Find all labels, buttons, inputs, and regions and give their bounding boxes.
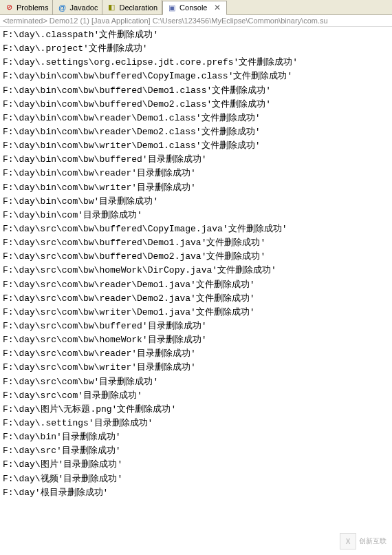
console-line: F:\day\src\com\bw\homeWork'目录删除成功' bbox=[3, 333, 389, 347]
console-line: F:\day\src\com\bw\buffered\Demo2.java'文件… bbox=[3, 250, 389, 264]
console-line: F:\day\bin\com\bw\writer\Demo1.class'文件删… bbox=[3, 139, 389, 153]
console-line: F:\day\.project'文件删除成功' bbox=[3, 42, 389, 56]
console-line: F:\day\src\com\bw\reader'目录删除成功' bbox=[3, 347, 389, 361]
tabs-bar: ⊘Problems@Javadoc◧Declaration▣Console✕ bbox=[0, 0, 392, 15]
console-line: F:\day\.settings'目录删除成功' bbox=[3, 417, 389, 430]
console-line: F:\day\bin\com'目录删除成功' bbox=[3, 209, 389, 222]
console-line: F:\day\bin\com\bw\reader\Demo2.class'文件删… bbox=[3, 125, 389, 139]
status-line: <terminated> Demo12 (1) [Java Applicatio… bbox=[0, 15, 392, 27]
close-icon[interactable]: ✕ bbox=[213, 3, 222, 12]
tab-label: Console bbox=[179, 3, 207, 12]
console-output: F:\day\.classpath'文件删除成功'F:\day\.project… bbox=[0, 27, 392, 501]
console-line: F:\day\bin\com\bw\buffered\Demo2.class'文… bbox=[3, 98, 389, 112]
console-line: F:\day\src\com\bw\reader\Demo1.java'文件删除… bbox=[3, 278, 389, 292]
console-line: F:\day\bin\com\bw\buffered'目录删除成功' bbox=[3, 153, 389, 167]
tab-problems[interactable]: ⊘Problems bbox=[0, 0, 53, 14]
console-line: F:\day\src'目录删除成功' bbox=[3, 444, 389, 458]
tab-label: Declaration bbox=[119, 3, 157, 12]
console-line: F:\day\.classpath'文件删除成功' bbox=[3, 28, 389, 42]
console-line: F:\day\src\com\bw\writer\Demo1.java'文件删除… bbox=[3, 306, 389, 320]
console-line: F:\day\bin\com\bw\buffered\CopyImage.cla… bbox=[3, 70, 389, 83]
console-line: F:\day\bin'目录删除成功' bbox=[3, 430, 389, 444]
tab-declaration[interactable]: ◧Declaration bbox=[102, 0, 162, 14]
tab-console[interactable]: ▣Console✕ bbox=[162, 1, 227, 15]
console-line: F:\day\src\com\bw\buffered\Demo1.java'文件… bbox=[3, 236, 389, 250]
console-line: F:\day\src\com\bw\buffered'目录删除成功' bbox=[3, 320, 389, 333]
console-line: F:\day\bin\com\bw\reader\Demo1.class'文件删… bbox=[3, 112, 389, 125]
tab-javadoc[interactable]: @Javadoc bbox=[53, 0, 102, 14]
console-line: F:\day\src\com'目录删除成功' bbox=[3, 389, 389, 403]
watermark-logo: X bbox=[340, 533, 356, 549]
console-line: F:\day\图片'目录删除成功' bbox=[3, 458, 389, 472]
javadoc-icon: @ bbox=[57, 3, 67, 12]
watermark-text: 创新互联 bbox=[359, 536, 386, 546]
console-line: F:\day\bin\com\bw\reader'目录删除成功' bbox=[3, 167, 389, 180]
problems-icon: ⊘ bbox=[4, 3, 14, 12]
tab-label: Problems bbox=[17, 3, 48, 12]
console-line: F:\day\图片\无标题.png'文件删除成功' bbox=[3, 403, 389, 417]
console-line: F:\day\src\com\bw\buffered\CopyImage.jav… bbox=[3, 222, 389, 236]
console-line: F:\day\bin\com\bw\writer'目录删除成功' bbox=[3, 181, 389, 195]
console-line: F:\day\src\com\bw\homeWork\DirCopy.java'… bbox=[3, 264, 389, 278]
console-icon: ▣ bbox=[167, 3, 177, 12]
console-line: F:\day\bin\com\bw\buffered\Demo1.class'文… bbox=[3, 84, 389, 98]
console-line: F:\day\src\com\bw\reader\Demo2.java'文件删除… bbox=[3, 292, 389, 306]
console-line: F:\day\src\com\bw'目录删除成功' bbox=[3, 375, 389, 389]
tab-label: Javadoc bbox=[69, 3, 98, 12]
console-line: F:\day\src\com\bw\writer'目录删除成功' bbox=[3, 361, 389, 375]
console-line: F:\day\bin\com\bw'目录删除成功' bbox=[3, 195, 389, 209]
console-line: F:\day\.settings\org.eclipse.jdt.core.pr… bbox=[3, 56, 389, 70]
console-line: F:\day\视频'目录删除成功' bbox=[3, 472, 389, 486]
declaration-icon: ◧ bbox=[107, 3, 116, 12]
watermark: X 创新互联 bbox=[340, 533, 386, 549]
console-line: F:\day'根目录删除成功' bbox=[3, 486, 389, 500]
